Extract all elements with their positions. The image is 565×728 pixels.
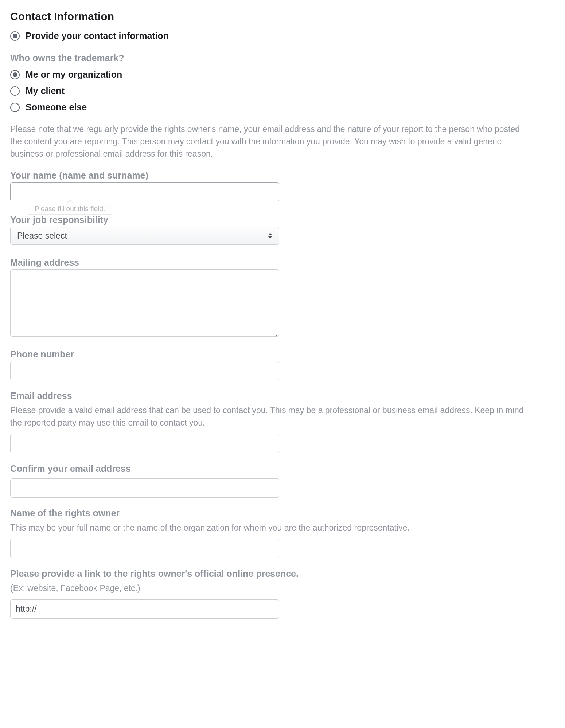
mailing-textarea[interactable]: [10, 269, 279, 337]
rights-owner-helper: This may be your full name or the name o…: [10, 521, 528, 534]
phone-input[interactable]: [10, 361, 279, 380]
radio-icon: [10, 86, 20, 96]
email-field-label: Email address: [10, 391, 555, 401]
owner-option-other[interactable]: Someone else: [10, 102, 555, 113]
radio-icon: [10, 103, 20, 112]
owner-option-label: Someone else: [26, 102, 87, 113]
radio-icon: [10, 70, 20, 79]
section-title: Contact Information: [10, 10, 555, 23]
link-field-label: Please provide a link to the rights owne…: [10, 568, 555, 579]
provide-contact-radio-row[interactable]: Provide your contact information: [10, 31, 555, 41]
link-input[interactable]: [10, 599, 279, 619]
owner-question-label: Who owns the trademark?: [10, 53, 555, 63]
rights-owner-input[interactable]: [10, 539, 279, 558]
provide-contact-label: Provide your contact information: [26, 31, 169, 41]
phone-field-label: Phone number: [10, 349, 555, 360]
job-select-value: Please select: [10, 227, 279, 245]
owner-option-me[interactable]: Me or my organization: [10, 69, 555, 80]
radio-icon: [10, 31, 20, 41]
mailing-field-label: Mailing address: [10, 257, 555, 268]
email-helper: Please provide a valid email address tha…: [10, 404, 528, 429]
rights-owner-label: Name of the rights owner: [10, 508, 555, 518]
name-field-label: Your name (name and surname): [10, 170, 555, 181]
link-helper: (Ex: website, Facebook Page, etc.): [10, 582, 528, 594]
name-input[interactable]: [10, 182, 279, 201]
job-field-label: Your job responsibility: [10, 215, 555, 225]
owner-option-label: Me or my organization: [26, 69, 122, 80]
owner-option-client[interactable]: My client: [10, 86, 555, 96]
job-select[interactable]: Please select: [10, 227, 279, 245]
email-input[interactable]: [10, 434, 279, 453]
owner-option-label: My client: [26, 86, 65, 96]
validation-tooltip-text: Please fill out this field.: [28, 203, 112, 215]
disclosure-note: Please note that we regularly provide th…: [10, 123, 528, 160]
confirm-email-input[interactable]: [10, 478, 279, 498]
confirm-email-label: Confirm your email address: [10, 463, 555, 474]
validation-tooltip: Please fill out this field.: [28, 203, 112, 215]
